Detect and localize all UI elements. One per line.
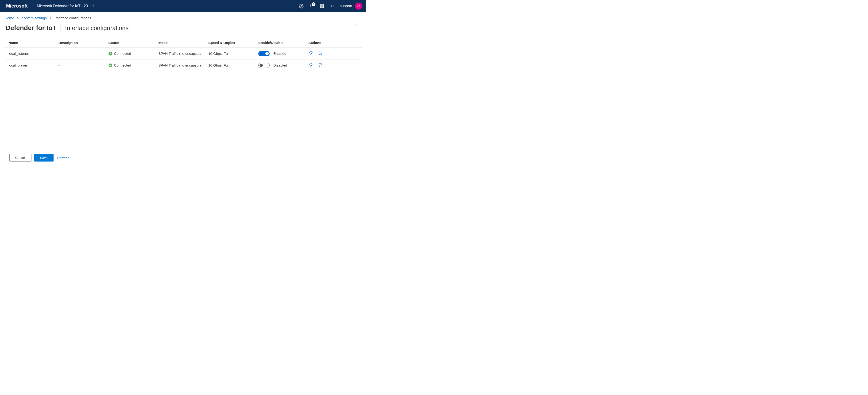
- notification-badge: 0: [312, 2, 315, 6]
- cell-status: Connected: [105, 59, 155, 71]
- blink-led-icon[interactable]: [308, 51, 313, 56]
- breadcrumb: Home > System settings > Interface confi…: [0, 12, 366, 22]
- cell-description: -: [55, 59, 105, 71]
- col-enable[interactable]: Enable/Disable: [255, 38, 305, 48]
- enable-label: Disabled: [273, 63, 287, 67]
- user-label[interactable]: support: [340, 4, 352, 8]
- status-connected-icon: [108, 52, 112, 55]
- col-actions[interactable]: Actions: [305, 38, 362, 48]
- breadcrumb-system-settings[interactable]: System settings: [22, 16, 47, 20]
- settings-icon[interactable]: [296, 0, 307, 12]
- cancel-button[interactable]: Cancel: [9, 154, 31, 162]
- enable-label: Enabled: [273, 52, 286, 55]
- cell-actions: [305, 48, 362, 59]
- interfaces-table: Name Description Status Mode Speed & Dup…: [5, 38, 362, 71]
- refresh-link[interactable]: Refresh: [57, 156, 70, 160]
- close-icon[interactable]: [355, 23, 360, 29]
- page-title: Defender for IoT: [6, 24, 56, 32]
- col-mode[interactable]: Mode: [155, 38, 205, 48]
- blink-led-icon[interactable]: [308, 62, 313, 68]
- col-speed[interactable]: Speed & Duplex: [205, 38, 255, 48]
- top-bar: Microsoft Microsoft Defender for IoT - 2…: [0, 0, 366, 12]
- cell-status: Connected: [105, 48, 155, 59]
- col-status[interactable]: Status: [105, 38, 155, 48]
- docs-icon[interactable]: [317, 0, 327, 12]
- enable-toggle[interactable]: [258, 63, 270, 68]
- divider: [61, 24, 61, 31]
- cell-mode: SPAN Traffic (no encapsula: [155, 59, 205, 71]
- svg-point-0: [301, 5, 302, 7]
- table-row[interactable]: local_player-ConnectedSPAN Traffic (no e…: [5, 59, 362, 71]
- cell-speed: 10 Gbps, Full: [205, 59, 255, 71]
- cell-name: local_player: [5, 59, 55, 71]
- table-row[interactable]: local_listener-ConnectedSPAN Traffic (no…: [5, 48, 362, 59]
- page-header: Defender for IoT Interface configuration…: [0, 22, 366, 38]
- cell-mode: SPAN Traffic (no encapsula: [155, 48, 205, 59]
- cell-speed: 10 Gbps, Full: [205, 48, 255, 59]
- cell-description: -: [55, 48, 105, 59]
- settings-sliders-icon[interactable]: [318, 51, 323, 56]
- col-description[interactable]: Description: [55, 38, 105, 48]
- app-title: Microsoft Defender for IoT - 23.1.1: [37, 4, 94, 8]
- breadcrumb-current: Interface configurations: [55, 16, 91, 20]
- footer-actions: Cancel Save Refresh: [5, 151, 362, 167]
- cloud-icon[interactable]: [327, 0, 338, 12]
- enable-toggle[interactable]: [258, 51, 270, 56]
- col-name[interactable]: Name: [5, 38, 55, 48]
- cell-enable: Enabled: [255, 48, 305, 59]
- breadcrumb-home[interactable]: Home: [5, 16, 14, 20]
- cell-actions: [305, 59, 362, 71]
- avatar[interactable]: C: [355, 3, 362, 10]
- page-subtitle: Interface configurations: [65, 24, 128, 32]
- brand-logo: Microsoft: [6, 3, 28, 9]
- settings-sliders-icon[interactable]: [318, 62, 323, 68]
- notifications-icon[interactable]: 0: [307, 0, 317, 12]
- cell-name: local_listener: [5, 48, 55, 59]
- status-connected-icon: [108, 63, 112, 67]
- save-button[interactable]: Save: [34, 154, 54, 162]
- cell-enable: Disabled: [255, 59, 305, 71]
